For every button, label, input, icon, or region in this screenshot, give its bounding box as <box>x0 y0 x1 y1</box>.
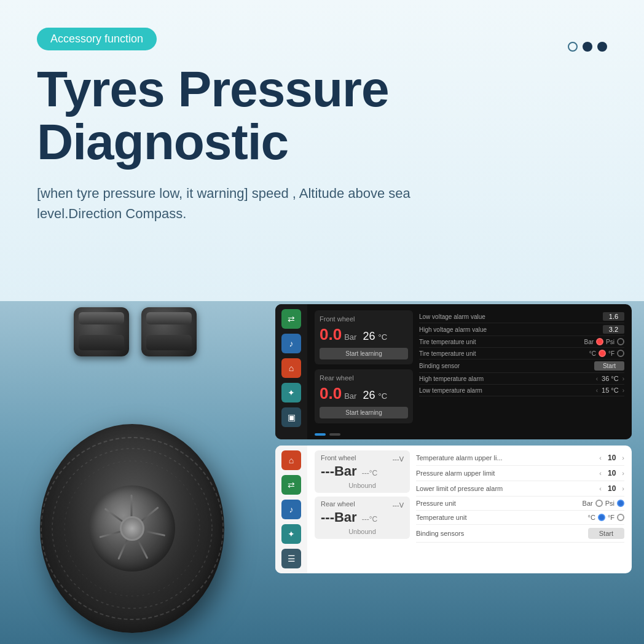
bar-radio[interactable] <box>596 338 603 345</box>
big-tire <box>31 412 234 644</box>
binding-sensors-btn[interactable]: Start <box>588 528 624 539</box>
pressure-bar-radio[interactable] <box>595 500 603 507</box>
dark-content: Front wheel 0.0 Bar 26 °C Start learning… <box>307 304 632 439</box>
pressure-psi-radio[interactable] <box>617 500 624 507</box>
pressure-upper-label: Pressure alarm upper limit <box>416 469 495 477</box>
light-right-panel: Temperature alarm upper li... ‹ 10 › Pre… <box>416 450 624 568</box>
sidebar-icon-home[interactable]: ⌂ <box>281 358 301 378</box>
binding-label: Binding sensor <box>419 363 460 369</box>
dark-screen-footer <box>307 430 632 439</box>
psi-radio[interactable] <box>617 338 624 345</box>
light-left-panel: Front wheel ---V ---Bar ---°C Unbound Re… <box>315 450 410 568</box>
rear-learn-btn[interactable]: Start learning <box>320 407 408 418</box>
pressure-upper-up[interactable]: › <box>622 469 624 477</box>
pressure-lower-up[interactable]: › <box>622 485 624 492</box>
tire-inner <box>89 485 175 571</box>
low-temp-up[interactable]: › <box>622 387 624 394</box>
light-rear-label: Rear wheel <box>321 500 355 508</box>
dark-main-content: Front wheel 0.0 Bar 26 °C Start learning… <box>307 304 632 430</box>
rear-pressure-unit: Bar <box>344 391 356 401</box>
tire-temp-radio: Bar Psi <box>584 338 624 345</box>
footer-dot-inactive[interactable] <box>329 433 340 436</box>
light-setting-temp-unit: Temperature unit °C °F <box>416 511 624 525</box>
celsius-radio-light[interactable] <box>598 514 605 521</box>
pressure-unit-label: Pressure unit <box>416 500 456 507</box>
dark-right-panel: Low voltage alarm value 1.6 High voltage… <box>419 310 624 423</box>
bar-label: Bar <box>584 339 594 345</box>
light-sidebar-settings[interactable]: ✦ <box>281 524 301 544</box>
rear-temp: 26 °C <box>363 389 387 402</box>
dot-2[interactable] <box>583 42 592 52</box>
setting-row-low-voltage: Low voltage alarm value 1.6 <box>419 310 624 323</box>
pressure-lower-down[interactable]: ‹ <box>599 485 602 492</box>
temp-upper-down[interactable]: ‹ <box>599 454 602 461</box>
sidebar-icon-sound[interactable]: ♪ <box>281 334 301 353</box>
rear-wheel-panel: Rear wheel 0.0 Bar 26 °C Start learning <box>315 369 413 423</box>
setting-row-high-voltage: High voltage alarm value 3.2 <box>419 323 624 336</box>
low-temp-controls: ‹ 15 °C › <box>596 387 624 394</box>
setting-row-low-temp: Low temperature alarm ‹ 15 °C › <box>419 385 624 396</box>
high-temp-down[interactable]: ‹ <box>596 375 598 382</box>
sidebar-icon-camera[interactable]: ▣ <box>281 407 301 427</box>
title-line2: Diagnostic <box>37 114 288 170</box>
light-sidebar-sound[interactable]: ♪ <box>281 500 301 519</box>
temp-unit-label: Temperature unit <box>416 514 467 521</box>
rear-wheel-label: Rear wheel <box>320 374 408 382</box>
light-setting-binding: Binding sensors Start <box>416 525 624 543</box>
binding-start-btn[interactable]: Start <box>594 361 624 371</box>
temp-upper-label: Temperature alarm upper li... <box>416 454 503 461</box>
light-sidebar-extra[interactable]: ☰ <box>281 549 301 568</box>
sensor-pair <box>74 307 197 356</box>
low-temp-down[interactable]: ‹ <box>596 387 598 394</box>
light-setting-pressure-unit: Pressure unit Bar Psi <box>416 497 624 511</box>
front-learn-btn[interactable]: Start learning <box>320 348 408 359</box>
sensor-right <box>141 307 197 356</box>
fahrenheit-radio[interactable] <box>617 350 624 357</box>
tire-temp-label2: Tire temperature unit <box>419 350 476 357</box>
rear-reading-row: 0.0 Bar 26 °C <box>320 384 408 403</box>
light-sidebar-nav[interactable]: ⇄ <box>281 475 301 495</box>
fahrenheit-label-light: °F <box>608 514 615 521</box>
celsius-label-light: °C <box>588 514 595 521</box>
fahrenheit-radio-light[interactable] <box>617 514 624 521</box>
high-voltage-label: High voltage alarm value <box>419 326 487 333</box>
celsius-radio[interactable] <box>599 350 606 357</box>
temp-unit-radio: °C °F <box>588 514 624 521</box>
sidebar-icon-nav[interactable]: ⇄ <box>281 309 301 329</box>
pressure-lower-label: Lower limit of pressure alarm <box>416 485 503 492</box>
pressure-upper-value: 10 <box>603 469 621 477</box>
pressure-lower-value: 10 <box>603 484 621 493</box>
light-rear-wheel: Rear wheel ---V ---Bar ---°C Unbound <box>315 497 410 539</box>
front-pressure: 0.0 <box>320 325 342 344</box>
hub-center <box>120 516 144 541</box>
accessory-badge: Accessory function <box>37 28 157 50</box>
temp-upper-value: 10 <box>603 454 621 462</box>
sidebar-icon-settings[interactable]: ✦ <box>281 383 301 402</box>
front-temp: 26 °C <box>363 330 387 343</box>
light-front-readings: ---Bar ---°C <box>321 463 404 479</box>
light-screen: ⌂ ⇄ ♪ ✦ ☰ Front wheel ---V ---Bar <box>275 446 632 573</box>
high-temp-value: 36 °C <box>602 375 619 382</box>
pressure-lower-controls: ‹ 10 › <box>599 484 624 493</box>
front-wheel-panel: Front wheel 0.0 Bar 26 °C Start learning <box>315 310 413 364</box>
light-setting-temp-upper: Temperature alarm upper li... ‹ 10 › <box>416 450 624 466</box>
dark-left-panel: Front wheel 0.0 Bar 26 °C Start learning… <box>315 310 413 423</box>
pressure-upper-down[interactable]: ‹ <box>599 469 602 477</box>
light-sidebar: ⌂ ⇄ ♪ ✦ ☰ <box>275 446 307 573</box>
dot-3[interactable] <box>597 42 607 52</box>
high-temp-up[interactable]: › <box>622 375 624 382</box>
front-wheel-label: Front wheel <box>320 315 408 323</box>
light-front-header: Front wheel ---V <box>321 454 404 463</box>
setting-row-tire-temp: Tire temperature unit °C °F <box>419 348 624 359</box>
footer-dot-active[interactable] <box>315 433 326 436</box>
light-setting-pressure-upper: Pressure alarm upper limit ‹ 10 › <box>416 466 624 481</box>
temp-upper-controls: ‹ 10 › <box>599 454 624 462</box>
page-title: Tyres Pressure Diagnostic <box>37 63 607 168</box>
top-section: Accessory function Tyres Pressure Diagno… <box>0 0 644 301</box>
dot-1[interactable] <box>568 42 578 52</box>
temp-upper-up[interactable]: › <box>622 454 624 461</box>
tire-outer <box>40 424 224 633</box>
pressure-bar-label: Bar <box>583 500 593 507</box>
light-sidebar-home[interactable]: ⌂ <box>281 450 301 470</box>
light-front-status: Unbound <box>321 482 404 489</box>
